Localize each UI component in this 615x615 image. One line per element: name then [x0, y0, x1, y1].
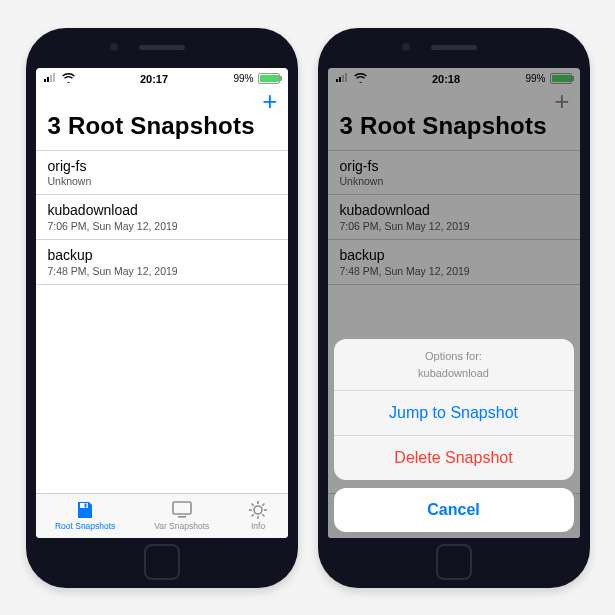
phone-left: 20:17 99% + 3 Root Snapshots orig-fs Unk…: [26, 28, 298, 588]
phone-right: 20:18 99% + 3 Root Snapshots orig-fs Unk…: [318, 28, 590, 588]
list-item[interactable]: backup 7:48 PM, Sun May 12, 2019: [36, 240, 288, 285]
home-button[interactable]: [144, 544, 180, 580]
status-time: 20:17: [75, 73, 234, 85]
tab-root-snapshots[interactable]: Root Snapshots: [55, 500, 115, 531]
list-item-subtitle: 7:06 PM, Sun May 12, 2019: [48, 220, 276, 232]
gear-icon: [248, 500, 268, 520]
svg-rect-6: [173, 502, 191, 514]
action-sheet: Options for: kubadownload Jump to Snapsh…: [334, 339, 574, 532]
list-item-title: backup: [48, 247, 276, 264]
battery-icon: [258, 73, 280, 84]
svg-rect-0: [44, 79, 46, 82]
screen-right: 20:18 99% + 3 Root Snapshots orig-fs Unk…: [328, 68, 580, 538]
svg-line-14: [262, 514, 264, 516]
delete-snapshot-button[interactable]: Delete Snapshot: [334, 436, 574, 480]
tab-label: Var Snapshots: [154, 521, 209, 531]
svg-line-16: [262, 504, 264, 506]
screen-left: 20:17 99% + 3 Root Snapshots orig-fs Unk…: [36, 68, 288, 538]
svg-point-8: [254, 506, 262, 514]
tab-label: Info: [251, 521, 265, 531]
svg-rect-7: [178, 516, 186, 518]
tab-var-snapshots[interactable]: Var Snapshots: [154, 500, 209, 531]
list-item-title: orig-fs: [48, 158, 276, 175]
tab-info[interactable]: Info: [248, 500, 268, 531]
wifi-icon: [62, 73, 75, 85]
svg-line-13: [252, 504, 254, 506]
snapshot-list: orig-fs Unknown kubadownload 7:06 PM, Su…: [36, 150, 288, 285]
svg-line-15: [252, 514, 254, 516]
status-bar: 20:17 99%: [36, 68, 288, 88]
svg-rect-1: [47, 77, 49, 82]
signal-icon: [44, 73, 58, 84]
tab-bar: Root Snapshots Var Snapshots Info: [36, 493, 288, 538]
svg-rect-5: [85, 504, 87, 508]
jump-to-snapshot-button[interactable]: Jump to Snapshot: [334, 391, 574, 436]
svg-rect-3: [53, 73, 55, 82]
save-icon: [75, 500, 95, 520]
list-item-subtitle: Unknown: [48, 175, 276, 187]
svg-rect-2: [50, 75, 52, 82]
tab-label: Root Snapshots: [55, 521, 115, 531]
action-sheet-title: Options for:: [425, 350, 482, 362]
cancel-button[interactable]: Cancel: [334, 488, 574, 532]
add-button[interactable]: +: [262, 88, 277, 114]
battery-percent: 99%: [233, 73, 253, 84]
camera-dot: [402, 43, 410, 51]
home-button[interactable]: [436, 544, 472, 580]
action-sheet-header: Options for: kubadownload: [334, 339, 574, 391]
list-item-title: kubadownload: [48, 202, 276, 219]
action-sheet-subject: kubadownload: [334, 366, 574, 381]
nav-bar: + 3 Root Snapshots: [36, 88, 288, 150]
camera-dot: [110, 43, 118, 51]
list-item[interactable]: kubadownload 7:06 PM, Sun May 12, 2019: [36, 195, 288, 240]
svg-rect-4: [80, 503, 88, 508]
list-item-subtitle: 7:48 PM, Sun May 12, 2019: [48, 265, 276, 277]
speaker-slit: [431, 45, 477, 50]
page-title: 3 Root Snapshots: [48, 112, 276, 140]
speaker-slit: [139, 45, 185, 50]
list-item[interactable]: orig-fs Unknown: [36, 151, 288, 196]
monitor-icon: [171, 500, 193, 520]
